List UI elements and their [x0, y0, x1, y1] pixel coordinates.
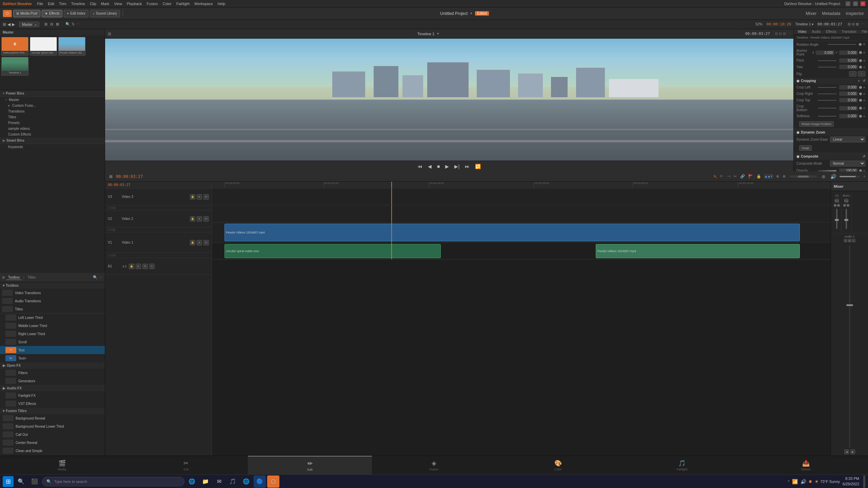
fader-down-btn[interactable]: ◀ [844, 449, 849, 454]
insp-anchor-dot[interactable] [859, 51, 862, 54]
dynamic-zoom-header[interactable]: ◉ Dynamic Zoom [794, 129, 868, 136]
v3-mute-btn[interactable]: M [203, 194, 209, 200]
bg-reveal-lt-item[interactable]: Background Reveal Lower Third [0, 422, 105, 430]
crop-left-value[interactable]: 0.000 [839, 85, 858, 89]
crop-bottom-value[interactable]: 0.000 [839, 106, 858, 110]
nav-edit[interactable]: ✏ Edit [248, 456, 372, 474]
cropping-reset-icon[interactable]: ↺ [863, 79, 865, 83]
audio-fx-header[interactable]: ▶ Audio FX [0, 385, 105, 391]
softness-value[interactable]: 0.000 [839, 114, 858, 118]
titles-category-item[interactable]: Titles [0, 305, 105, 313]
text-plus-item[interactable]: T+ Text+ [0, 354, 105, 362]
power-bins-header[interactable]: ▾ Power Bins [0, 90, 105, 97]
audio1-ctrl-1[interactable]: S [844, 239, 847, 242]
volume-slider[interactable] [840, 176, 860, 177]
menu-file[interactable]: File [37, 2, 43, 6]
nav-right-btn[interactable]: ▶ [12, 22, 15, 27]
menu-color[interactable]: Color [163, 2, 172, 6]
blade-btn[interactable]: ✂ [733, 174, 737, 179]
crop-right-plus[interactable]: + [863, 92, 865, 96]
nav-cut[interactable]: ✂ Cut [124, 456, 248, 474]
insp-anchor-y-value[interactable]: 0.000 [839, 50, 858, 55]
menu-timeline[interactable]: Timeline [71, 2, 85, 6]
track-select-arrow[interactable]: ▾ [771, 175, 772, 179]
a1-eq-btn[interactable]: EQ [835, 199, 839, 203]
audio1-ctrl-3[interactable]: L [852, 239, 855, 242]
a1-knob-2[interactable] [837, 204, 840, 207]
flip-v-btn[interactable]: ↕ [858, 71, 865, 77]
sound-library-btn[interactable]: ♪ Sound Library [90, 10, 120, 17]
cropping-header[interactable]: ◉ Cropping + ↺ [794, 78, 868, 84]
v2-lock-btn[interactable]: 🔒 [190, 216, 195, 222]
davinci-resolve-btn[interactable]: ⬡ [3, 10, 12, 17]
taskbar-edge-btn[interactable]: 🌐 [186, 475, 198, 488]
softness-slider[interactable] [818, 116, 836, 117]
menu-fairlight[interactable]: Fairlight [176, 2, 190, 6]
opacity-slider[interactable] [818, 170, 836, 171]
close-button[interactable]: × [861, 1, 865, 6]
softness-plus[interactable]: + [863, 114, 865, 118]
a1-clip-pexels[interactable]: Pexels Videos 1824697.mp4 [596, 244, 800, 258]
menu-mark[interactable]: Mark [101, 2, 109, 6]
a1-solo-btn[interactable]: S [149, 264, 155, 269]
v3-eye-btn[interactable]: ● [197, 194, 202, 200]
v1-clip-pexels[interactable]: Pexels Videos 1824697.mp4 [224, 224, 800, 241]
bin-titles[interactable]: Titles [0, 114, 105, 120]
minimize-button[interactable]: − [846, 1, 850, 6]
a1-knob-1[interactable] [834, 204, 836, 207]
crop-bottom-slider[interactable] [818, 108, 836, 108]
cropping-plus-icon[interactable]: + [858, 79, 860, 83]
stop-btn[interactable]: ■ [436, 163, 441, 170]
nav-fusion[interactable]: ◈ Fusion [372, 456, 496, 474]
go-start-btn[interactable]: ⏮ [416, 163, 424, 170]
v1-mute-btn[interactable]: M [203, 240, 209, 245]
crop-top-plus[interactable]: + [863, 98, 865, 102]
crop-bottom-dot[interactable] [859, 107, 862, 109]
opacity-value[interactable]: 100.00 [839, 168, 858, 171]
opacity-plus[interactable]: + [863, 169, 865, 172]
bus1-knob-1[interactable] [843, 204, 846, 207]
titles-tab[interactable]: Titles [25, 275, 38, 280]
insp-pitch-plus[interactable]: + [863, 59, 865, 63]
crop-right-slider[interactable] [818, 94, 836, 94]
insp-rotation-dot[interactable] [859, 43, 862, 46]
mixer-btn[interactable]: Mixer [805, 10, 818, 17]
track-content-a1[interactable]: circular spiral matte.mov Pexels Videos … [212, 243, 831, 260]
left-lower-third-item[interactable]: Left Lower Third [0, 313, 105, 322]
step-back-btn[interactable]: ◀ [427, 163, 433, 170]
taskbar-mail-btn[interactable]: ✉ [213, 475, 225, 488]
media-thumb-timeline[interactable]: Timeline 1 [1, 57, 28, 76]
inspector-tab-effects[interactable]: Effects [825, 29, 837, 34]
network-icon[interactable]: 📶 [792, 479, 798, 484]
view-mode-2-btn[interactable]: ⊟ [49, 22, 54, 27]
nav-color[interactable]: 🎨 Color [496, 456, 620, 474]
volume-sys-icon[interactable]: 🔊 [801, 479, 806, 484]
add-track-btn[interactable]: + [863, 175, 865, 178]
bin-keywords[interactable]: Keywords [0, 144, 105, 150]
a1-fader[interactable] [836, 209, 837, 229]
bin-presets[interactable]: Presets [0, 120, 105, 126]
fusion-titles-header[interactable]: ▾ Fusion Titles [0, 408, 105, 414]
bin-custom-fusion[interactable]: ▶ Custom Fusio... [0, 103, 105, 108]
menu-trim[interactable]: Trim [59, 2, 66, 6]
nav-fairlight[interactable]: 🎵 Fairlight [620, 456, 744, 474]
dynamic-trim-btn[interactable]: ⊣ [726, 174, 731, 179]
loop-btn[interactable]: 🔁 [474, 163, 482, 170]
v3-lock-btn[interactable]: 🔒 [190, 194, 195, 200]
insp-rotation-slider[interactable] [828, 44, 856, 45]
open-fx-header[interactable]: ▶ Open FX [0, 362, 105, 369]
text-item[interactable]: T Text [0, 346, 105, 354]
media-pool-btn[interactable]: ⊞ Media Pool [13, 10, 40, 17]
fader-up-btn[interactable]: ▶ [850, 449, 855, 454]
insp-pitch-value[interactable]: 0.000 [839, 58, 858, 63]
taskbar-clock[interactable]: 8:33 PM 6/29/2022 [843, 476, 859, 487]
insp-yaw-dot[interactable] [859, 66, 862, 68]
taskbar-search-bar[interactable]: 🔍 Type here to search [42, 477, 184, 486]
filters-item[interactable]: Filters [0, 369, 105, 377]
middle-lower-third-item[interactable]: Middle Lower Third [0, 322, 105, 330]
v1-eye-btn[interactable]: ● [197, 240, 202, 245]
softness-dot[interactable] [859, 115, 862, 118]
clean-simple-item[interactable]: Clean and Simple [0, 447, 105, 455]
step-forward-btn[interactable]: ▶| [453, 163, 461, 170]
insp-yaw-slider[interactable] [818, 67, 836, 67]
